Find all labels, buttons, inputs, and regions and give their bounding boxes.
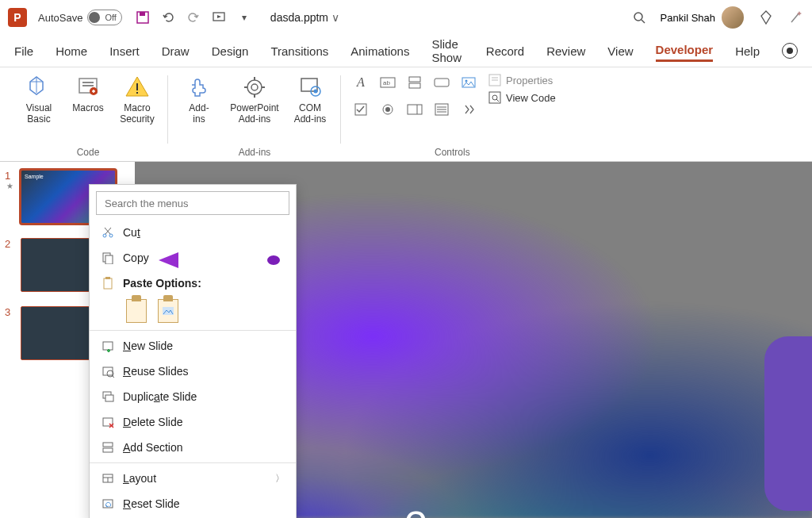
toggle-knob <box>89 12 100 23</box>
menu-reset-slide[interactable]: Reset Slide <box>90 491 296 516</box>
new-slide-icon <box>101 339 115 353</box>
menu-reuse-slides[interactable]: Reuse Slides <box>90 359 296 384</box>
menu-search-input[interactable] <box>96 191 289 215</box>
undo-icon[interactable] <box>161 10 175 25</box>
svg-point-29 <box>385 107 390 112</box>
textbox-control-icon[interactable]: ab <box>376 71 400 94</box>
menu-copy[interactable]: Copy <box>90 245 296 271</box>
tab-file[interactable]: File <box>14 41 33 61</box>
menu-duplicate-slide[interactable]: Duplicate Slide <box>90 384 296 409</box>
combobox-control-icon[interactable] <box>403 98 427 121</box>
menu-separator <box>90 462 296 463</box>
addins-button[interactable]: Add- ins <box>176 71 222 125</box>
paste-picture-icon[interactable] <box>158 299 178 323</box>
duplicate-slide-icon <box>101 389 115 404</box>
reset-slide-icon <box>101 497 115 511</box>
menu-layout[interactable]: Layout 〉 <box>90 466 296 491</box>
svg-point-19 <box>314 90 318 94</box>
properties-icon <box>488 74 501 86</box>
diamond-icon[interactable] <box>758 10 774 25</box>
autosave-control[interactable]: AutoSave Off <box>38 10 124 25</box>
svg-point-12 <box>251 84 258 90</box>
view-code-button[interactable]: View Code <box>488 91 556 104</box>
menu-add-section[interactable]: Add Section <box>90 435 296 460</box>
macros-button[interactable]: Macros <box>65 71 111 113</box>
file-name[interactable]: dasda.pptm ∨ <box>270 11 339 24</box>
properties-button: Properties <box>488 74 556 86</box>
svg-line-45 <box>105 228 110 234</box>
tab-home[interactable]: Home <box>56 41 87 61</box>
tab-view[interactable]: View <box>607 41 633 61</box>
menu-cut[interactable]: Cut <box>90 220 296 245</box>
avatar-icon <box>722 6 744 29</box>
tab-design[interactable]: Design <box>212 41 249 61</box>
svg-point-43 <box>109 234 113 237</box>
svg-rect-10 <box>136 92 138 94</box>
svg-text:ab: ab <box>383 79 390 86</box>
sparkle-icon[interactable] <box>788 10 804 25</box>
layout-icon <box>101 471 115 485</box>
purple-shape <box>764 336 812 511</box>
powerpoint-app-icon: P <box>8 8 27 27</box>
qat-more-icon[interactable]: ▾ <box>237 10 251 25</box>
paste-use-destination-icon[interactable] <box>126 299 147 323</box>
group-addins: Add- ins PowerPoint Add-ins COM Add-ins … <box>168 71 341 161</box>
svg-rect-24 <box>435 79 449 86</box>
group-label-addins: Add-ins <box>239 147 271 161</box>
svg-rect-17 <box>301 79 317 91</box>
menu-new-slide[interactable]: New Slide <box>90 333 296 359</box>
user-name: Pankil Shah <box>661 12 715 24</box>
visual-basic-button[interactable]: Visual Basic <box>16 71 62 125</box>
svg-line-44 <box>105 228 111 234</box>
powerpoint-addins-button[interactable]: PowerPoint Add-ins <box>225 71 284 125</box>
tab-draw[interactable]: Draw <box>162 41 190 61</box>
presentation-mode-button[interactable] <box>782 43 798 59</box>
thumb-number: 2 <box>5 238 16 292</box>
user-account[interactable]: Pankil Shah <box>661 6 744 29</box>
svg-point-11 <box>247 80 262 94</box>
macros-icon <box>75 74 102 101</box>
svg-rect-6 <box>82 82 94 83</box>
search-icon[interactable] <box>632 10 646 25</box>
image-control-icon[interactable] <box>457 71 481 94</box>
svg-line-41 <box>496 99 499 102</box>
add-section-icon <box>101 440 115 455</box>
tab-insert[interactable]: Insert <box>109 41 140 61</box>
tab-slide-show[interactable]: Slide Show <box>431 34 463 67</box>
svg-rect-58 <box>105 395 113 401</box>
paste-icon <box>101 276 115 290</box>
tab-help[interactable]: Help <box>735 41 760 61</box>
label-control-icon[interactable]: A <box>349 71 373 94</box>
tab-record[interactable]: Record <box>486 41 524 61</box>
spinner-control-icon[interactable] <box>403 71 427 94</box>
optionbutton-control-icon[interactable] <box>376 98 400 121</box>
menu-paste-options: Paste Options: <box>90 271 296 296</box>
com-addins-button[interactable]: COM Add-ins <box>287 71 333 125</box>
svg-rect-30 <box>408 105 422 114</box>
macro-security-button[interactable]: Macro Security <box>114 71 160 125</box>
svg-rect-23 <box>409 83 420 88</box>
tab-review[interactable]: Review <box>546 41 585 61</box>
autosave-state: Off <box>105 13 116 22</box>
tab-transitions[interactable]: Transitions <box>270 41 328 61</box>
checkbox-control-icon[interactable] <box>349 98 373 121</box>
cut-icon <box>101 225 115 240</box>
redo-icon[interactable] <box>186 10 201 25</box>
chevron-right-icon: 〉 <box>275 472 285 485</box>
tab-animations[interactable]: Animations <box>350 41 409 61</box>
save-icon[interactable] <box>136 10 150 25</box>
svg-rect-48 <box>104 278 112 289</box>
listbox-control-icon[interactable] <box>430 98 454 121</box>
svg-rect-63 <box>103 448 113 452</box>
svg-rect-7 <box>82 85 94 86</box>
slide-title-text: e <box>404 495 427 518</box>
reuse-slides-icon <box>101 364 115 378</box>
svg-rect-9 <box>136 83 138 90</box>
tab-developer[interactable]: Developer <box>656 40 714 62</box>
commandbutton-control-icon[interactable] <box>430 71 454 94</box>
slideshow-icon[interactable] <box>212 10 226 25</box>
copy-icon <box>101 251 115 265</box>
menu-delete-slide[interactable]: Delete Slide <box>90 409 296 435</box>
svg-rect-47 <box>105 255 113 264</box>
more-controls-icon[interactable] <box>457 98 481 121</box>
